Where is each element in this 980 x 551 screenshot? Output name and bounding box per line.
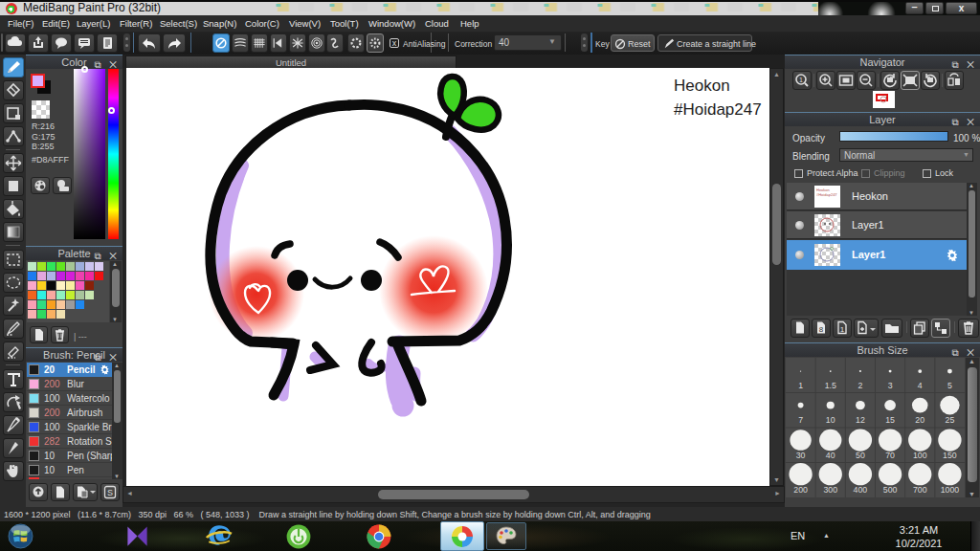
svg-text:10: 10 — [826, 415, 835, 425]
svg-text:15: 15 — [885, 415, 895, 425]
svg-text:300: 300 — [823, 485, 837, 495]
svg-text:700: 700 — [913, 485, 927, 495]
svg-text:5: 5 — [947, 381, 952, 390]
svg-text:30: 30 — [796, 451, 806, 460]
svg-text:S: S — [107, 488, 113, 497]
svg-text:7: 7 — [798, 415, 803, 425]
svg-text:1000: 1000 — [941, 485, 960, 495]
svg-text:70: 70 — [885, 451, 895, 460]
svg-text:40: 40 — [826, 451, 835, 460]
svg-text:8: 8 — [819, 325, 824, 334]
svg-text:150: 150 — [943, 451, 957, 460]
svg-text:2: 2 — [858, 381, 862, 390]
svg-text:200: 200 — [793, 485, 808, 495]
svg-text:12: 12 — [856, 415, 865, 425]
svg-text:25: 25 — [946, 415, 955, 425]
svg-text:100: 100 — [913, 451, 927, 460]
svg-text:20: 20 — [915, 415, 924, 425]
svg-text:4: 4 — [918, 381, 923, 390]
svg-text:1: 1 — [840, 325, 845, 334]
svg-text:1: 1 — [798, 381, 803, 390]
svg-text:50: 50 — [856, 451, 865, 460]
svg-text:400: 400 — [854, 485, 868, 495]
svg-text:1.5: 1.5 — [825, 381, 836, 390]
svg-text:1: 1 — [799, 77, 803, 83]
svg-text:500: 500 — [883, 485, 898, 495]
svg-text:3: 3 — [888, 381, 893, 390]
